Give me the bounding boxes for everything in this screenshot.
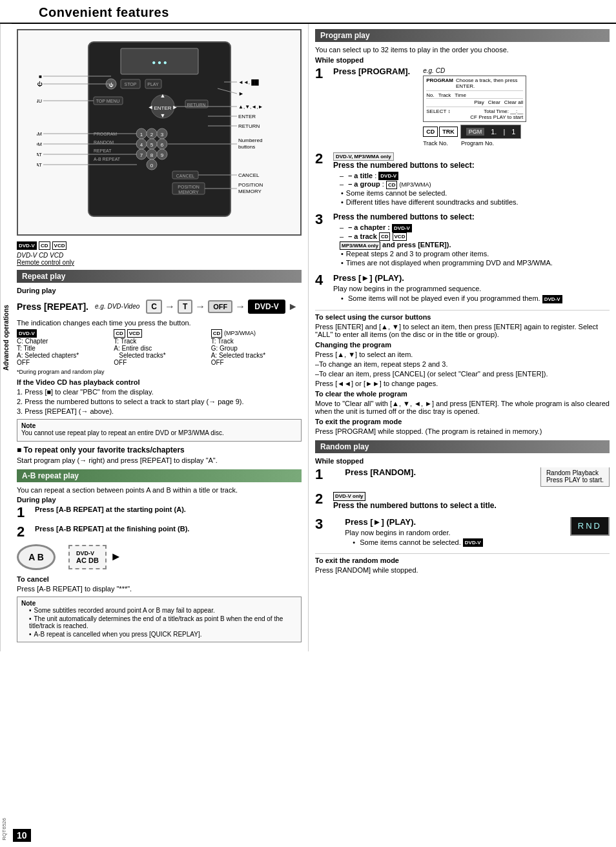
to-cancel-label: To cancel <box>17 575 302 583</box>
program-diagram: e.g. CD PROGRAM Choose a track, then pre… <box>423 66 526 147</box>
ab-repeat-header: A-B repeat play <box>17 469 302 482</box>
ab-note-3: A-B repeat is cancelled when you press [… <box>29 631 297 638</box>
exit-desc: Press [PROGRAM] while stopped. (The prog… <box>315 427 610 435</box>
screen-press-play: CF Press PLAY to start <box>426 114 523 120</box>
program-step4-content: Press [►] (PLAY). Play now begins in the… <box>333 273 610 303</box>
step2-title-row: – a title : DVD-V <box>340 172 610 181</box>
svg-text:TOP MENU: TOP MENU <box>96 99 119 103</box>
step3-mp3wma-badge: MP3/WMA only <box>340 241 380 250</box>
svg-text:● ● ●: ● ● ● <box>152 59 167 66</box>
svg-text:buttons: buttons <box>238 144 255 150</box>
cdvcd-col-header: CD VCD <box>114 329 204 338</box>
cursor-desc: Press [ENTER] and [▲, ▼] to select an it… <box>315 323 610 338</box>
program-step4-num: 4 <box>315 273 323 287</box>
ab-note-2: The unit automatically determines the en… <box>29 615 297 629</box>
step3-bullet1: Repeat steps 2 and 3 to program other it… <box>341 250 610 258</box>
program-step2-num: 2 <box>315 152 323 166</box>
random-step2-badge-row: DVD-V only <box>333 492 610 501</box>
svg-text:1: 1 <box>139 132 143 138</box>
svg-text:POWER ⏻: POWER ⏻ <box>37 81 43 87</box>
changing-clear: –To clear an item, press [CANCEL] (or se… <box>315 370 610 378</box>
cursor-heading: To select using the cursor buttons <box>315 313 610 321</box>
program-step2-content: DVD-V, MP3/WMA only Press the numbered b… <box>333 152 610 206</box>
ab-repeat-label: A-B repeat play <box>22 471 79 480</box>
screen-clear-btn: Clear <box>488 99 500 105</box>
changing-pages: Press [◄◄] or [►►] to change pages. <box>315 380 610 387</box>
dvdv-t: T: Title <box>17 345 107 352</box>
svg-text:TOP MENU: TOP MENU <box>37 98 42 104</box>
svg-text:A-B REPEAT: A-B REPEAT <box>94 157 121 161</box>
vcd-badge: VCD <box>52 241 67 250</box>
cd-display: RND <box>570 517 610 536</box>
mp3wma-t: T: Track <box>211 338 302 345</box>
program-no-label: Program No. <box>461 140 494 147</box>
sidebar-label: Advanced operations <box>0 24 12 651</box>
dvdv-c: C: Chapter <box>17 338 107 345</box>
remote-only: Remote control only <box>17 259 302 266</box>
svg-text:2: 2 <box>150 132 153 138</box>
svg-text:REPEAT: REPEAT <box>94 148 112 153</box>
random-exit-desc: Press [RANDOM] while stopped. <box>315 566 610 574</box>
arrow-2: → <box>195 301 205 312</box>
svg-text:A-B REPEAT: A-B REPEAT <box>37 162 42 168</box>
when-elapsed: DVD-V CD VCD <box>17 252 302 259</box>
cdvcd-off: OFF <box>114 359 204 366</box>
step2-badge-row: DVD-V, MP3/WMA only <box>333 152 610 161</box>
step3-track-label: – a track <box>348 232 377 240</box>
random-step2-row: 2 DVD-V only Press the numbered buttons … <box>315 492 610 512</box>
cdvcd-sel: Selected tracks* <box>119 352 204 359</box>
step2-mp3wma: (MP3/WMA) <box>400 181 431 188</box>
svg-text:RANDOM: RANDOM <box>37 141 42 147</box>
random-step2-num: 2 <box>315 492 323 506</box>
step2-text: Press the numbered buttons to select: <box>333 161 610 170</box>
ab-step2-row: 2 Press [A-B REPEAT] at the finishing po… <box>17 525 302 539</box>
cd-badge: CD <box>39 241 50 250</box>
cd-disp-badge: CD <box>423 127 438 138</box>
program-step1-row: 1 Press [PROGRAM]. e.g. CD PROGRAM Choos… <box>315 66 610 147</box>
mp3wma-a: A: Selected tracks* <box>211 352 302 359</box>
screen-choose-label: Choose a track, then press ENTER. <box>456 77 523 89</box>
program-no-display: 1 <box>511 128 515 136</box>
repeat-instruction-row: Press [REPEAT]. e.g. DVD-Video C → T → O… <box>17 297 302 316</box>
step3-chapter-label: – a chapter : <box>348 223 390 231</box>
to-cancel-desc: Press [A-B REPEAT] to display "***". <box>17 585 302 593</box>
repeat-eg-label: e.g. DVD-Video <box>95 303 139 310</box>
step2-badge: DVD-V, MP3/WMA only <box>333 152 394 161</box>
right-column: Program play You can select up to 32 ite… <box>309 24 616 651</box>
svg-text:ENTER: ENTER <box>238 114 256 119</box>
step2-bullet2: Different titles have different soundtra… <box>341 198 610 206</box>
step3-vcd-badge: VCD <box>393 232 407 241</box>
screen-buttons: Play Clear Clear all <box>426 99 523 105</box>
favorite-desc: Start program play (→ right) and press [… <box>17 456 302 464</box>
svg-text:⏻: ⏻ <box>108 83 113 87</box>
svg-text:PROGRAM: PROGRAM <box>37 131 42 137</box>
screen-clearall-btn: Clear all <box>504 99 523 105</box>
clear-whole-heading: To clear the whole program <box>315 390 610 398</box>
ab-step1-text: Press [A-B REPEAT] at the starting point… <box>35 505 186 513</box>
ab-display-row: A B DVD-V AC DB ► <box>17 544 302 570</box>
step4-bullet: Some items will not be played even if yo… <box>341 294 610 303</box>
pgm-badge: PGM <box>466 128 485 136</box>
acdb-box: DVD-V AC DB <box>68 545 107 569</box>
step2-cd-badge: CD <box>386 181 398 189</box>
random-step3-text: Press [►] (PLAY). <box>345 517 564 527</box>
svg-text:8: 8 <box>150 152 153 158</box>
step4-text: Press [►] (PLAY). <box>333 273 610 283</box>
svg-text:5: 5 <box>150 142 153 148</box>
program-step1-content: Press [PROGRAM]. e.g. CD PROGRAM Choose … <box>333 66 610 147</box>
cd-badge-3: CD <box>211 329 223 338</box>
dvdv-a: A: Selected chapters* <box>17 352 107 359</box>
ab-step2-text: Press [A-B REPEAT] at the finishing poin… <box>35 525 189 533</box>
ab-acdb-row: DVD-V AC DB ► <box>68 545 122 569</box>
ab-step1-num: 1 <box>17 505 25 520</box>
repeat-box-t: T <box>178 300 192 314</box>
arrow-3: → <box>235 301 245 312</box>
col-no: No. <box>426 92 434 98</box>
svg-text:ENTER: ENTER <box>154 105 171 111</box>
random-step3-bullet: Some items cannot be selected. DVD-V <box>353 538 564 547</box>
page: Convenient features Advanced operations … <box>0 0 616 651</box>
step-3: 3. Press [REPEAT] (→ above). <box>17 407 302 415</box>
program-step1-inner: Press [PROGRAM]. e.g. CD PROGRAM Choose … <box>333 66 610 147</box>
play-arrow: ► <box>110 550 122 564</box>
arrow-4: ► <box>288 301 298 312</box>
